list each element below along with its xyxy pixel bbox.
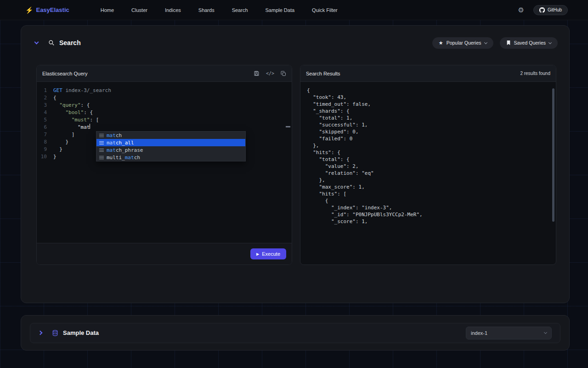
brand-name: EasyElastic (36, 6, 69, 13)
execute-label: Execute (262, 251, 280, 257)
navbar-right: ⚙ GitHub (518, 5, 568, 15)
nav-item-home[interactable]: Home (101, 7, 114, 13)
github-label: GitHub (548, 7, 562, 12)
nav-item-shards[interactable]: Shards (198, 7, 215, 13)
search-card: Search ★ Popular Queries Saved Queries E… (21, 25, 570, 303)
chevron-down-icon (484, 40, 487, 44)
query-panel-title: Elasticsearch Query (42, 71, 87, 76)
autocomplete-item-multi_match[interactable]: multi_match (96, 154, 245, 161)
popular-queries-button[interactable]: ★ Popular Queries (432, 37, 493, 49)
chevron-down-icon (544, 331, 547, 334)
index-select-value: index-1 (471, 330, 487, 336)
line-number: 10 (37, 153, 53, 161)
search-icon (48, 40, 55, 46)
snippet-icon (99, 156, 104, 159)
gear-icon[interactable]: ⚙ (518, 6, 524, 14)
execute-button[interactable]: ▶ Execute (250, 248, 286, 259)
line-number: 3 (37, 102, 53, 109)
code-line: 6 "mat (37, 124, 292, 131)
search-section-header: Search ★ Popular Queries Saved Queries (35, 36, 558, 50)
code-line: 4 "bool": { (37, 109, 292, 116)
results-panel-header: Search Results 2 results found (300, 65, 556, 82)
nav-item-search[interactable]: Search (232, 7, 248, 13)
bookmark-icon (506, 40, 511, 46)
star-icon: ★ (439, 40, 443, 46)
snippet-icon (99, 149, 104, 152)
popular-queries-label: Popular Queries (447, 40, 481, 46)
saved-queries-label: Saved Queries (514, 40, 546, 46)
autocomplete-item-match_all[interactable]: match_all (96, 139, 245, 146)
index-select[interactable]: index-1 (466, 327, 552, 339)
code-icon[interactable]: </> (266, 71, 274, 76)
editor-scroll-marker (286, 126, 290, 127)
code-line: 1GET index-3/_search (37, 87, 292, 94)
database-icon (52, 330, 58, 336)
code-line: 5 "must": [ (37, 116, 292, 124)
sample-data-card: Sample Data index-1 (21, 315, 570, 351)
query-panel-footer: ▶ Execute (37, 243, 292, 264)
line-number: 4 (37, 109, 53, 116)
autocomplete-dropdown: matchmatch_allmatch_phrasemulti_match (96, 131, 246, 161)
line-number: 7 (37, 131, 53, 138)
line-number: 8 (37, 138, 53, 146)
query-editor[interactable]: 1GET index-3/_search2{3 "query": {4 "boo… (37, 82, 292, 243)
query-panel-header: Elasticsearch Query </> (37, 65, 292, 82)
saved-queries-button[interactable]: Saved Queries (500, 37, 558, 49)
results-count: 2 results found (520, 71, 550, 76)
chevron-right-icon[interactable] (38, 331, 43, 335)
text-cursor (90, 124, 90, 129)
line-number: 1 (37, 87, 53, 94)
autocomplete-item-match[interactable]: match (96, 132, 245, 139)
play-icon: ▶ (256, 252, 259, 256)
snippet-icon (99, 134, 104, 137)
snippet-icon (99, 141, 104, 144)
code-line: 2{ (37, 94, 292, 102)
chevron-down-icon[interactable] (34, 40, 39, 45)
copy-icon[interactable] (281, 71, 286, 76)
results-panel-title: Search Results (306, 71, 340, 76)
github-icon (539, 7, 545, 13)
results-panel: Search Results 2 results found { "took":… (300, 65, 556, 265)
brand[interactable]: ⚡ EasyElastic (25, 6, 69, 14)
line-number: 2 (37, 94, 53, 102)
results-scrollbar[interactable] (552, 88, 554, 222)
save-icon[interactable] (254, 70, 260, 76)
nav-item-cluster[interactable]: Cluster (131, 7, 147, 13)
results-json: { "took": 43, "timed_out": false, "_shar… (300, 81, 556, 264)
nav-item-indices[interactable]: Indices (165, 7, 181, 13)
sample-data-title: Sample Data (63, 329, 99, 336)
line-number: 9 (37, 146, 53, 153)
line-number: 5 (37, 116, 53, 124)
sample-data-row: Sample Data index-1 (30, 323, 560, 343)
chevron-down-icon (548, 40, 552, 44)
navbar: ⚡ EasyElastic HomeClusterIndicesShardsSe… (0, 0, 588, 20)
autocomplete-item-match_phrase[interactable]: match_phrase (96, 146, 245, 154)
nav-item-quick-filter[interactable]: Quick Filter (312, 7, 338, 13)
search-section-title: Search (59, 39, 81, 46)
lightning-icon: ⚡ (25, 6, 33, 14)
code-line: 3 "query": { (37, 102, 292, 109)
query-panel: Elasticsearch Query </> 1GET index-3/_se… (36, 65, 292, 265)
nav-items: HomeClusterIndicesShardsSearchSample Dat… (101, 7, 338, 13)
line-number: 6 (37, 124, 53, 131)
github-button[interactable]: GitHub (533, 5, 568, 15)
nav-item-sample-data[interactable]: Sample Data (266, 7, 295, 13)
